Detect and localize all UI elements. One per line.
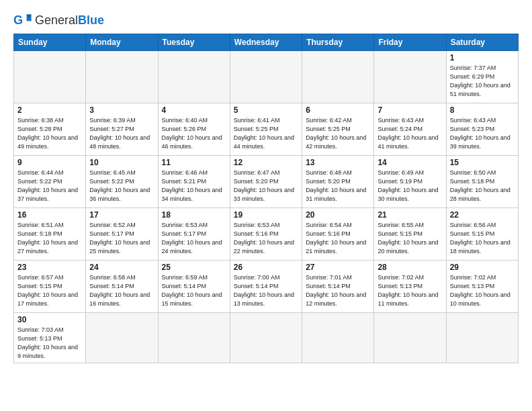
day-info: Sunrise: 6:43 AMSunset: 5:24 PMDaylight:… xyxy=(378,116,442,151)
calendar-week-2: 9Sunrise: 6:44 AMSunset: 5:22 PMDaylight… xyxy=(14,156,519,208)
weekday-header-friday: Friday xyxy=(374,34,446,51)
calendar-cell: 26Sunrise: 7:00 AMSunset: 5:14 PMDayligh… xyxy=(230,261,302,313)
calendar-cell: 29Sunrise: 7:02 AMSunset: 5:13 PMDayligh… xyxy=(446,261,518,313)
day-number: 23 xyxy=(17,263,82,272)
calendar-cell xyxy=(86,313,158,363)
day-number: 1 xyxy=(450,53,515,62)
calendar-cell: 4Sunrise: 6:40 AMSunset: 5:26 PMDaylight… xyxy=(158,103,230,156)
logo-text: GeneralBlue xyxy=(35,13,104,28)
day-info: Sunrise: 6:46 AMSunset: 5:21 PMDaylight:… xyxy=(162,169,226,203)
weekday-header-tuesday: Tuesday xyxy=(158,34,230,51)
day-info: Sunrise: 6:47 AMSunset: 5:20 PMDaylight:… xyxy=(234,169,298,203)
weekday-header-saturday: Saturday xyxy=(446,34,518,51)
calendar-cell xyxy=(446,313,518,363)
calendar-cell: 14Sunrise: 6:49 AMSunset: 5:19 PMDayligh… xyxy=(374,156,446,208)
logo: G GeneralBlue xyxy=(13,11,104,30)
calendar-cell: 27Sunrise: 7:01 AMSunset: 5:14 PMDayligh… xyxy=(302,261,374,313)
calendar-cell: 18Sunrise: 6:53 AMSunset: 5:17 PMDayligh… xyxy=(158,208,230,261)
weekday-header-monday: Monday xyxy=(86,34,158,51)
calendar-cell: 19Sunrise: 6:53 AMSunset: 5:16 PMDayligh… xyxy=(230,208,302,261)
calendar-cell: 15Sunrise: 6:50 AMSunset: 5:18 PMDayligh… xyxy=(446,156,518,208)
day-info: Sunrise: 6:49 AMSunset: 5:19 PMDaylight:… xyxy=(378,169,442,203)
day-number: 25 xyxy=(162,263,226,272)
day-number: 12 xyxy=(234,158,298,167)
day-info: Sunrise: 7:37 AMSunset: 6:29 PMDaylight:… xyxy=(450,64,515,99)
day-info: Sunrise: 7:01 AMSunset: 5:14 PMDaylight:… xyxy=(306,273,370,308)
day-number: 30 xyxy=(17,315,82,324)
calendar-cell: 17Sunrise: 6:52 AMSunset: 5:17 PMDayligh… xyxy=(86,208,158,261)
calendar-cell xyxy=(14,51,86,103)
day-number: 4 xyxy=(162,105,226,115)
weekday-header-thursday: Thursday xyxy=(302,34,374,51)
day-number: 21 xyxy=(378,210,442,220)
day-number: 28 xyxy=(378,263,442,272)
day-info: Sunrise: 6:55 AMSunset: 5:15 PMDaylight:… xyxy=(378,221,442,256)
calendar-week-1: 2Sunrise: 6:38 AMSunset: 5:28 PMDaylight… xyxy=(14,103,519,156)
calendar-cell xyxy=(302,313,374,363)
day-info: Sunrise: 6:54 AMSunset: 5:16 PMDaylight:… xyxy=(306,221,370,256)
calendar: SundayMondayTuesdayWednesdayThursdayFrid… xyxy=(13,34,519,363)
day-info: Sunrise: 6:48 AMSunset: 5:20 PMDaylight:… xyxy=(306,169,370,203)
day-info: Sunrise: 6:39 AMSunset: 5:27 PMDaylight:… xyxy=(89,116,154,151)
weekday-header-wednesday: Wednesday xyxy=(230,34,302,51)
calendar-week-3: 16Sunrise: 6:51 AMSunset: 5:18 PMDayligh… xyxy=(14,208,519,261)
calendar-cell: 2Sunrise: 6:38 AMSunset: 5:28 PMDaylight… xyxy=(14,103,86,156)
calendar-cell: 1Sunrise: 7:37 AMSunset: 6:29 PMDaylight… xyxy=(446,51,518,103)
calendar-cell: 21Sunrise: 6:55 AMSunset: 5:15 PMDayligh… xyxy=(374,208,446,261)
weekday-header-row: SundayMondayTuesdayWednesdayThursdayFrid… xyxy=(14,34,519,51)
day-number: 2 xyxy=(17,105,82,115)
day-info: Sunrise: 7:02 AMSunset: 5:13 PMDaylight:… xyxy=(378,273,442,308)
day-info: Sunrise: 6:58 AMSunset: 5:14 PMDaylight:… xyxy=(89,273,154,308)
calendar-cell xyxy=(86,51,158,103)
day-number: 19 xyxy=(234,210,298,220)
day-number: 29 xyxy=(450,263,515,272)
calendar-cell: 16Sunrise: 6:51 AMSunset: 5:18 PMDayligh… xyxy=(14,208,86,261)
calendar-cell xyxy=(302,51,374,103)
day-info: Sunrise: 7:03 AMSunset: 5:13 PMDaylight:… xyxy=(17,326,82,361)
calendar-cell xyxy=(158,51,230,103)
day-number: 16 xyxy=(17,210,82,220)
calendar-cell: 30Sunrise: 7:03 AMSunset: 5:13 PMDayligh… xyxy=(14,313,86,363)
day-number: 8 xyxy=(450,105,515,115)
day-number: 9 xyxy=(17,158,82,167)
page: G GeneralBlue SundayMondayTuesdayWednesd… xyxy=(0,0,532,411)
calendar-cell: 10Sunrise: 6:45 AMSunset: 5:22 PMDayligh… xyxy=(86,156,158,208)
day-number: 11 xyxy=(162,158,226,167)
calendar-cell xyxy=(230,313,302,363)
calendar-cell: 22Sunrise: 6:56 AMSunset: 5:15 PMDayligh… xyxy=(446,208,518,261)
calendar-week-5: 30Sunrise: 7:03 AMSunset: 5:13 PMDayligh… xyxy=(14,313,519,363)
day-info: Sunrise: 6:40 AMSunset: 5:26 PMDaylight:… xyxy=(162,116,226,151)
day-number: 13 xyxy=(306,158,370,167)
day-number: 17 xyxy=(89,210,154,220)
day-info: Sunrise: 6:45 AMSunset: 5:22 PMDaylight:… xyxy=(89,169,154,203)
day-info: Sunrise: 6:42 AMSunset: 5:25 PMDaylight:… xyxy=(306,116,370,151)
calendar-cell: 3Sunrise: 6:39 AMSunset: 5:27 PMDaylight… xyxy=(86,103,158,156)
day-number: 14 xyxy=(378,158,442,167)
day-number: 27 xyxy=(306,263,370,272)
day-number: 7 xyxy=(378,105,442,115)
header: G GeneralBlue xyxy=(13,11,519,30)
calendar-cell: 6Sunrise: 6:42 AMSunset: 5:25 PMDaylight… xyxy=(302,103,374,156)
day-number: 22 xyxy=(450,210,515,220)
calendar-cell: 25Sunrise: 6:59 AMSunset: 5:14 PMDayligh… xyxy=(158,261,230,313)
logo-icon: G xyxy=(13,11,32,30)
calendar-cell: 12Sunrise: 6:47 AMSunset: 5:20 PMDayligh… xyxy=(230,156,302,208)
calendar-cell xyxy=(158,313,230,363)
day-number: 3 xyxy=(89,105,154,115)
day-info: Sunrise: 6:52 AMSunset: 5:17 PMDaylight:… xyxy=(89,221,154,256)
day-number: 5 xyxy=(234,105,298,115)
calendar-cell: 9Sunrise: 6:44 AMSunset: 5:22 PMDaylight… xyxy=(14,156,86,208)
day-number: 10 xyxy=(89,158,154,167)
calendar-cell: 23Sunrise: 6:57 AMSunset: 5:15 PMDayligh… xyxy=(14,261,86,313)
day-info: Sunrise: 6:43 AMSunset: 5:23 PMDaylight:… xyxy=(450,116,515,151)
day-info: Sunrise: 6:57 AMSunset: 5:15 PMDaylight:… xyxy=(17,273,82,308)
day-info: Sunrise: 6:50 AMSunset: 5:18 PMDaylight:… xyxy=(450,169,515,203)
day-info: Sunrise: 6:44 AMSunset: 5:22 PMDaylight:… xyxy=(17,169,82,203)
calendar-cell: 5Sunrise: 6:41 AMSunset: 5:25 PMDaylight… xyxy=(230,103,302,156)
calendar-cell xyxy=(374,313,446,363)
calendar-cell: 11Sunrise: 6:46 AMSunset: 5:21 PMDayligh… xyxy=(158,156,230,208)
day-info: Sunrise: 7:02 AMSunset: 5:13 PMDaylight:… xyxy=(450,273,515,308)
day-number: 18 xyxy=(162,210,226,220)
day-info: Sunrise: 6:53 AMSunset: 5:16 PMDaylight:… xyxy=(234,221,298,256)
day-number: 26 xyxy=(234,263,298,272)
